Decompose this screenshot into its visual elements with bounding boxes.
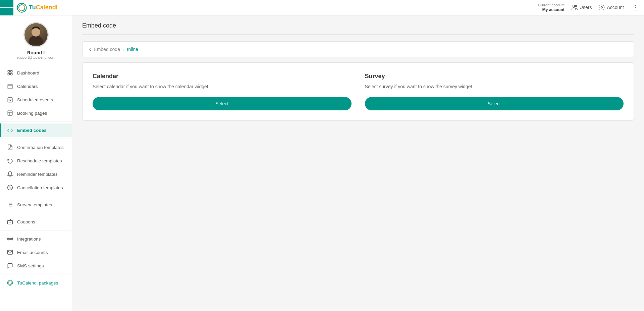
sidebar-item-reminder-templates[interactable]: Reminder templates [0,167,72,181]
divider-6 [0,274,72,274]
sidebar-item-scheduled-events[interactable]: Scheduled events [0,93,72,106]
survey-option-title: Survey [365,73,624,80]
calendar-option-title: Calendar [93,73,352,80]
divider-2 [0,139,72,139]
svg-point-6 [29,36,43,45]
logo-text: TuCalendi [29,4,58,11]
logo-icon [17,3,27,13]
calendar-option-description: Select calendar if you want to show the … [93,83,352,90]
selection-card: Calendar Select calendar if you want to … [82,62,634,121]
svg-rect-16 [8,98,12,102]
sidebar-item-confirmation-templates[interactable]: Confirmation templates [0,141,72,154]
sidebar-label-calendars: Calendars [17,84,38,89]
avatar-image [24,22,48,47]
svg-rect-8 [8,70,9,72]
sidebar-item-sms-settings[interactable]: SMS settings [0,259,72,272]
more-options-button[interactable]: ⋮ [631,3,640,11]
sidebar-label-booking-pages: Booking pages [17,111,47,116]
hamburger-button[interactable] [0,0,13,15]
reschedule-templates-icon [7,158,13,164]
survey-templates-icon [7,202,13,208]
sidebar-item-coupons[interactable]: Coupons [0,215,72,228]
scheduled-events-icon [7,97,13,103]
svg-rect-20 [8,111,12,115]
sidebar-navigation: Dashboard Calendars Scheduled events Boo… [0,64,72,291]
svg-point-4 [601,7,603,8]
sidebar-item-cancellation-templates[interactable]: Cancellation templates [0,181,72,194]
sidebar-item-survey-templates[interactable]: Survey templates [0,198,72,211]
reminder-templates-icon [7,171,13,177]
divider-5 [0,230,72,230]
sidebar-item-email-accounts[interactable]: Email accounts [0,246,72,259]
packages-icon [7,280,13,286]
profile-section: Round I support@tucalendi.com [0,15,72,64]
email-accounts-icon [7,249,13,255]
sidebar-label-integrations: Integrations [17,237,41,242]
svg-point-2 [573,5,575,7]
sms-settings-icon [7,263,13,269]
calendars-icon [7,83,13,89]
account-button[interactable]: Account [598,4,624,11]
sidebar-label-cancellation-templates: Cancellation templates [17,185,63,190]
breadcrumb-separator: › [123,47,124,52]
sidebar-item-embed-codes[interactable]: Embed codes [0,123,72,137]
sidebar-label-embed-codes: Embed codes [17,128,47,133]
confirmation-templates-icon [7,144,13,150]
sidebar-label-tucalendi-packages: TuCalendi packages [17,280,58,286]
breadcrumb-back-button[interactable]: ‹ [89,46,91,52]
navbar: TuCalendi Current account My account Use… [0,0,644,15]
cancellation-templates-icon [7,185,13,191]
divider-3 [0,196,72,196]
divider-4 [0,213,72,213]
avatar [23,22,49,47]
sidebar: Round I support@tucalendi.com Dashboard … [0,15,72,311]
sidebar-label-email-accounts: Email accounts [17,250,48,255]
svg-rect-12 [8,84,12,89]
coupons-icon [7,219,13,225]
integrations-icon [7,236,13,242]
sidebar-label-survey-templates: Survey templates [17,202,52,207]
svg-point-3 [575,5,577,7]
account-icon [598,4,605,11]
breadcrumb-parent: Embed code [94,47,120,52]
svg-rect-10 [8,73,9,75]
sidebar-label-coupons: Coupons [17,219,35,224]
sidebar-label-scheduled-events: Scheduled events [17,97,53,102]
sidebar-label-dashboard: Dashboard [17,70,39,75]
users-icon [571,4,578,11]
users-button[interactable]: Users [571,4,592,11]
svg-rect-9 [11,70,12,72]
page-title: Embed code [82,22,634,35]
sidebar-item-dashboard[interactable]: Dashboard [0,66,72,80]
svg-rect-11 [11,73,12,75]
calendar-select-button[interactable]: Select [93,97,352,110]
divider-1 [0,121,72,122]
sidebar-item-calendars[interactable]: Calendars [0,80,72,93]
survey-select-button[interactable]: Select [365,97,624,110]
survey-option-description: Select survey if you want to show the su… [365,83,624,90]
profile-name: Round I [27,50,45,55]
calendar-option: Calendar Select calendar if you want to … [93,73,352,110]
current-account-label: Current account My account [538,3,565,13]
booking-pages-icon [7,110,13,116]
svg-point-1 [21,4,22,5]
sidebar-label-reminder-templates: Reminder templates [17,172,58,177]
svg-line-24 [8,186,12,190]
sidebar-label-confirmation-templates: Confirmation templates [17,145,64,150]
sidebar-label-sms-settings: SMS settings [17,263,44,268]
logo: TuCalendi [17,3,58,13]
sidebar-item-booking-pages[interactable]: Booking pages [0,106,72,120]
breadcrumb-current: Inline [127,47,138,52]
embed-codes-icon [7,127,13,133]
navbar-right: Current account My account Users Account… [538,3,640,13]
svg-point-34 [9,238,11,240]
sidebar-item-tucalendi-packages[interactable]: TuCalendi packages [0,276,72,290]
sidebar-item-integrations[interactable]: Integrations [0,232,72,246]
survey-option: Survey Select survey if you want to show… [365,73,624,110]
main-content: Embed code ‹ Embed code › Inline Calenda… [72,15,644,311]
profile-email: support@tucalendi.com [16,55,55,59]
sidebar-item-reschedule-templates[interactable]: Reschedule templates [0,154,72,167]
navbar-left: TuCalendi [4,0,58,15]
dashboard-icon [7,70,13,76]
breadcrumb-card: ‹ Embed code › Inline [82,41,634,57]
